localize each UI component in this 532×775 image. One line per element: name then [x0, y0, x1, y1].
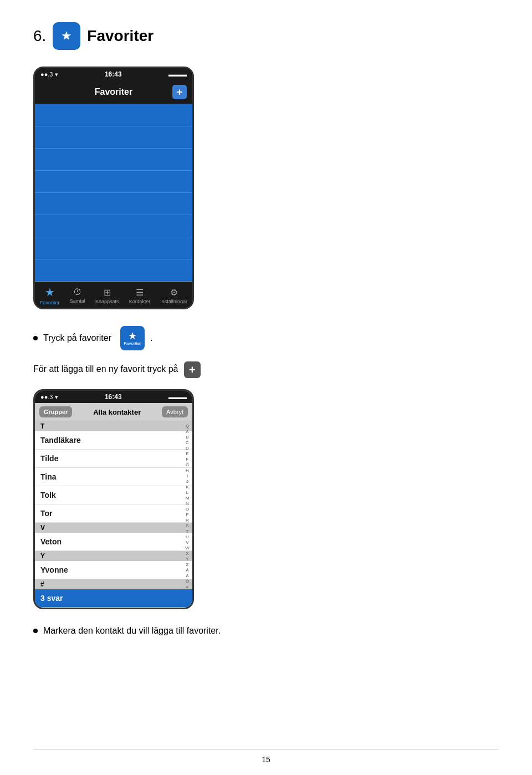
iphone-mockup-2: ●●.3 ▾ 16:43 ▬▬▬ Grupper Alla kontakter …: [33, 389, 194, 609]
section-title: Favoriter: [87, 27, 154, 45]
status-battery-2: ▬▬▬: [168, 394, 187, 400]
index-z[interactable]: Z: [186, 562, 189, 567]
blue-row-7: [35, 237, 192, 259]
bullet-text-1: Tryck på favoriter: [43, 333, 111, 343]
tab-kontakter[interactable]: ☰ Kontakter: [129, 287, 151, 304]
page-number: 15: [262, 755, 270, 764]
index-l[interactable]: L: [186, 490, 188, 495]
index-bar[interactable]: Q A B C D E F G H I J K L M N O P R S T: [182, 421, 192, 608]
tab-favoriter-label: Favoriter: [40, 300, 60, 305]
blue-row-2: [35, 126, 192, 149]
tab-installningar-label: Inställningar: [160, 299, 187, 304]
cancel-button[interactable]: Avbryt: [162, 406, 188, 417]
tab-samtal-label: Samtal: [70, 298, 85, 304]
index-d[interactable]: D: [186, 446, 189, 451]
section-header-V: V: [35, 523, 192, 533]
favoriter-inline-icon: ★ Favoriter: [120, 326, 145, 350]
section-header-Y: Y: [35, 551, 192, 561]
contact-tilde[interactable]: Tilde: [35, 450, 192, 468]
bullet-item-1: Tryck på favoriter ★ Favoriter .: [33, 326, 499, 350]
contact-tina[interactable]: Tina: [35, 468, 192, 486]
bullet-dot-1: [33, 336, 38, 340]
index-aa[interactable]: Å: [186, 568, 188, 573]
instruction-1: För att lägga till en ny favorit tryck p…: [33, 361, 499, 378]
index-i[interactable]: I: [187, 473, 188, 478]
tab-bar-1: ★ Favoriter ⏱ Samtal ⊞ Knappsats ☰ Konta…: [35, 282, 192, 308]
tab-installningar-icon: ⚙: [170, 287, 178, 298]
contacts-nav: Grupper Alla kontakter Avbryt: [35, 403, 192, 421]
contact-veton[interactable]: Veton: [35, 533, 192, 551]
status-bar-2: ●●.3 ▾ 16:43 ▬▬▬: [35, 391, 192, 403]
index-b[interactable]: B: [186, 435, 188, 440]
page: 6. ★ Favoriter ●●.3 ▾ 16:43 ▬▬▬ Favorite…: [0, 0, 532, 775]
index-x[interactable]: X: [186, 551, 188, 556]
index-y[interactable]: Y: [186, 557, 188, 562]
status-battery: ▬▬▬: [168, 71, 187, 78]
page-footer: 15: [33, 749, 499, 764]
tab-kontakter-label: Kontakter: [129, 299, 151, 304]
index-u[interactable]: U: [186, 534, 189, 539]
index-s[interactable]: S: [186, 523, 188, 528]
index-q[interactable]: Q: [186, 424, 189, 429]
index-v[interactable]: V: [186, 540, 188, 545]
contact-3svar[interactable]: 3 svar: [35, 589, 192, 608]
iphone-mockup-1: ●●.3 ▾ 16:43 ▬▬▬ Favoriter + ★ Favoriter: [33, 67, 194, 309]
contact-tolk[interactable]: Tolk: [35, 486, 192, 504]
blue-row-3: [35, 149, 192, 171]
index-t[interactable]: T: [186, 529, 189, 534]
section-heading: 6. ★ Favoriter: [33, 22, 499, 50]
nav-plus-button[interactable]: +: [172, 85, 187, 99]
tab-favoriter[interactable]: ★ Favoriter: [40, 285, 60, 305]
index-o[interactable]: O: [186, 507, 189, 512]
blue-row-4: [35, 171, 192, 193]
status-signal: ●●.3 ▾: [40, 71, 58, 78]
blue-row-1: [35, 104, 192, 126]
tab-knappsats[interactable]: ⊞ Knappsats: [95, 287, 119, 304]
index-a[interactable]: A: [186, 429, 188, 434]
index-n[interactable]: N: [186, 501, 189, 506]
contacts-nav-title: Alla kontakter: [75, 408, 158, 416]
section-number: 6.: [33, 27, 46, 45]
tab-favoriter-icon: ★: [45, 285, 55, 299]
index-m[interactable]: M: [186, 496, 190, 501]
blue-row-6: [35, 215, 192, 237]
bullet-section-1: Tryck på favoriter ★ Favoriter .: [33, 326, 499, 350]
index-hash[interactable]: #: [186, 584, 188, 589]
blue-row-5: [35, 193, 192, 215]
index-r[interactable]: R: [186, 518, 189, 523]
index-h[interactable]: H: [186, 468, 189, 473]
blue-row-8: [35, 259, 192, 282]
index-f[interactable]: F: [186, 457, 189, 462]
inline-icon-label: Favoriter: [124, 341, 141, 346]
section-header-T: T: [35, 421, 192, 431]
index-g[interactable]: G: [186, 462, 189, 467]
status-bar-1: ●●.3 ▾ 16:43 ▬▬▬: [35, 68, 192, 80]
tab-samtal-icon: ⏱: [73, 287, 82, 297]
tab-installningar[interactable]: ⚙ Inställningar: [160, 287, 187, 304]
status-signal-2: ●●.3 ▾: [40, 394, 58, 401]
index-c[interactable]: C: [186, 440, 189, 445]
bullet-text-period: .: [150, 333, 152, 343]
section-header-hash: #: [35, 579, 192, 589]
nav-bar-1: Favoriter +: [35, 80, 192, 104]
contact-tandlakare[interactable]: Tandläkare: [35, 431, 192, 450]
bullet-section-2: Markera den kontakt du vill lägga till f…: [33, 626, 499, 636]
index-p[interactable]: P: [186, 512, 188, 517]
index-oe[interactable]: Ö: [186, 579, 189, 584]
index-w[interactable]: W: [185, 545, 190, 550]
bullet-dot-2: [33, 629, 38, 633]
index-j[interactable]: J: [186, 479, 188, 484]
tab-samtal[interactable]: ⏱ Samtal: [70, 287, 85, 304]
nav-title-1: Favoriter: [55, 87, 172, 97]
contact-tor[interactable]: Tor: [35, 504, 192, 523]
groups-button[interactable]: Grupper: [39, 406, 72, 417]
status-time-2: 16:43: [105, 393, 122, 401]
contact-yvonne[interactable]: Yvonne: [35, 561, 192, 579]
bullet-text-2: Markera den kontakt du vill lägga till f…: [43, 626, 221, 636]
bullet-item-2: Markera den kontakt du vill lägga till f…: [33, 626, 499, 636]
index-k[interactable]: K: [186, 485, 188, 490]
plus-icon: +: [184, 361, 201, 378]
tab-knappsats-label: Knappsats: [95, 299, 119, 304]
index-ae[interactable]: Ä: [186, 573, 188, 578]
index-e[interactable]: E: [186, 451, 188, 456]
